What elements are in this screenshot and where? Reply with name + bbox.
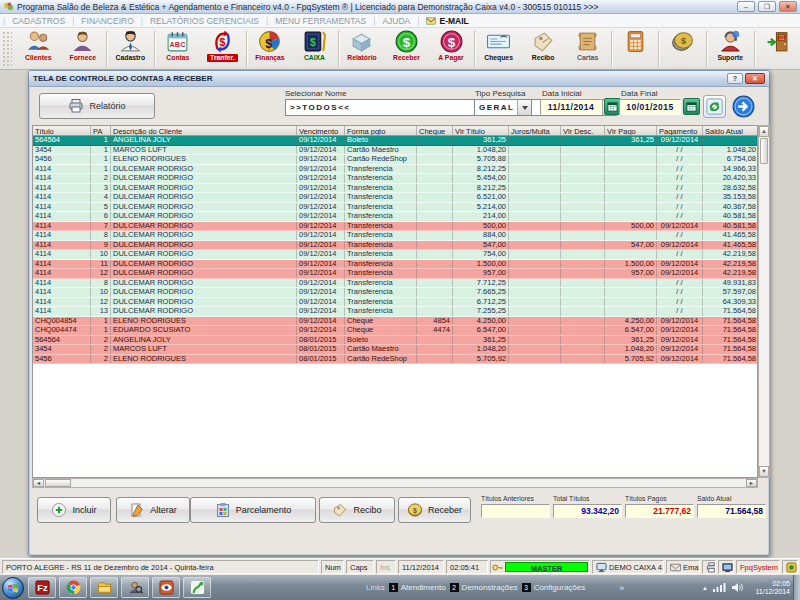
- table-row[interactable]: 5645642ANGELINA JOLY08/01/2015Boleto361,…: [33, 336, 757, 346]
- toolbar-button-clientes[interactable]: Clientes: [16, 29, 61, 68]
- toolbar-button-calculadora-icon[interactable]: [613, 29, 658, 68]
- scroll-thumb[interactable]: [760, 138, 768, 164]
- toolbar-button-cadastro[interactable]: Cadastro: [108, 29, 153, 68]
- column-header-vlr-desc[interactable]: Vlr Desc.: [561, 126, 605, 135]
- close-icon[interactable]: ✕: [779, 1, 797, 12]
- help-icon[interactable]: ?: [727, 73, 743, 84]
- go-arrow-button[interactable]: [732, 95, 755, 118]
- column-header-cheque[interactable]: Cheque: [417, 126, 453, 135]
- scroll-down-icon[interactable]: ▼: [759, 466, 769, 477]
- table-row[interactable]: 54562ELENO RODRIGUES08/01/2015Cartão Red…: [33, 355, 757, 365]
- minimize-icon[interactable]: –: [737, 1, 755, 12]
- table-row[interactable]: 54561ELENO RODRIGUES09/12/2014Cartão Red…: [33, 155, 757, 165]
- scroll-thumb[interactable]: [45, 479, 71, 487]
- toolbar-button-contas[interactable]: ABCContas: [156, 29, 201, 68]
- toolbar-button-financas[interactable]: $Finanças: [248, 29, 293, 68]
- toolbar-button-receber[interactable]: $Receber: [384, 29, 429, 68]
- toolbar-button-cartas[interactable]: Cartas: [565, 29, 610, 68]
- scroll-right-icon[interactable]: ►: [746, 479, 757, 487]
- taskbar-chrome-icon[interactable]: [59, 577, 87, 598]
- column-header-forma-pgto[interactable]: Forma pgto: [345, 126, 417, 135]
- scroll-left-icon[interactable]: ◄: [33, 479, 44, 487]
- column-header-vlr-titulo[interactable]: Vlr Título: [453, 126, 509, 135]
- taskbar-link-atendimento[interactable]: 1Atendimento: [389, 583, 446, 592]
- table-row[interactable]: 41148DULCEMAR RODRIGO09/12/2014Transfere…: [33, 279, 757, 289]
- scroll-up-icon[interactable]: ▲: [759, 126, 769, 137]
- vertical-scrollbar[interactable]: ▲ ▼: [758, 125, 770, 478]
- table-row[interactable]: 411410DULCEMAR RODRIGO09/12/2014Transfer…: [33, 250, 757, 260]
- table-row[interactable]: 41141DULCEMAR RODRIGO09/12/2014Transfere…: [33, 165, 757, 175]
- column-header-vlr-pago[interactable]: Vlr Pago: [605, 126, 657, 135]
- menu-item-e-mail[interactable]: E-MAIL: [420, 16, 474, 26]
- toolbar-button-caixa[interactable]: $CAIXA: [292, 29, 337, 68]
- menu-item-ajuda[interactable]: AJUDA: [376, 16, 416, 26]
- menu-item-financeiro[interactable]: FINANCEIRO: [75, 16, 139, 26]
- data-final-field[interactable]: 10/01/2015: [619, 99, 681, 115]
- column-header-pagamento[interactable]: Pagamento: [657, 126, 703, 135]
- network-icon[interactable]: [713, 582, 726, 593]
- taskbar-search-user-icon[interactable]: [121, 577, 149, 598]
- table-row[interactable]: 411412DULCEMAR RODRIGO09/12/2014Transfer…: [33, 298, 757, 308]
- start-button[interactable]: [2, 577, 24, 599]
- table-row[interactable]: 41142DULCEMAR RODRIGO09/12/2014Transfere…: [33, 174, 757, 184]
- horizontal-scrollbar[interactable]: ◄ ►: [32, 478, 758, 488]
- incluir-button[interactable]: Incluir: [37, 497, 111, 523]
- menu-item-cadastros[interactable]: CADASTROS: [6, 16, 71, 26]
- taskbar-eye-viewer-icon[interactable]: [152, 577, 180, 598]
- toolbar-button-suporte[interactable]: Suporte: [708, 29, 753, 68]
- column-header-titulo[interactable]: Título: [33, 126, 91, 135]
- alterar-button[interactable]: Alterar: [116, 497, 190, 523]
- toolbar-button-moeda-icon[interactable]: $: [660, 29, 705, 68]
- taskbar-link-demonstracoes[interactable]: 2Demonstrações: [450, 583, 518, 592]
- window-close-icon[interactable]: ✕: [745, 73, 765, 84]
- table-row[interactable]: 411410DULCEMAR RODRIGO09/12/2014Transfer…: [33, 288, 757, 298]
- table-row[interactable]: 41147DULCEMAR RODRIGO09/12/2014Transfere…: [33, 222, 757, 232]
- speaker-icon[interactable]: [731, 582, 743, 593]
- taskbar-link-configuracoes[interactable]: 3Configurações: [522, 583, 586, 592]
- chevron-right-icon[interactable]: »: [619, 583, 624, 593]
- data-inicial-field[interactable]: 11/11/2014: [540, 99, 602, 115]
- column-header-descricao-cliente[interactable]: Descrição do Cliente: [111, 126, 297, 135]
- recibo-button[interactable]: Recibo: [319, 497, 395, 523]
- taskbar-explorer-icon[interactable]: [90, 577, 118, 598]
- toolbar-button-a-pagar[interactable]: $A Pagar: [429, 29, 474, 68]
- table-row[interactable]: 411413DULCEMAR RODRIGO09/12/2014Transfer…: [33, 307, 757, 317]
- show-desktop-button[interactable]: [793, 575, 800, 600]
- table-row[interactable]: 41148DULCEMAR RODRIGO09/12/2014Transfere…: [33, 231, 757, 241]
- column-header-saldo-atual[interactable]: Saldo Atual: [703, 126, 759, 135]
- toolbar-button-sair-icon[interactable]: EXIT: [756, 29, 800, 68]
- table-row[interactable]: 34541MARCOS LUFT09/12/2014Cartão Maestro…: [33, 146, 757, 156]
- receber-button[interactable]: $Receber: [398, 497, 471, 523]
- taskbar-clock[interactable]: 02:05 11/12/2014: [746, 580, 790, 596]
- table-row[interactable]: CHQ0048541ELENO RODRIGUES09/12/2014Chequ…: [33, 317, 757, 327]
- table-row[interactable]: 34542MARCOS LUFT08/01/2015Cartão Maestro…: [33, 345, 757, 355]
- toolbar-button-fornece[interactable]: Fornece: [61, 29, 106, 68]
- table-row[interactable]: 41146DULCEMAR RODRIGO09/12/2014Transfere…: [33, 212, 757, 222]
- table-row[interactable]: CHQ0044741EDUARDO SCUSIATO09/12/2014Cheq…: [33, 326, 757, 336]
- column-header-juros-multa[interactable]: Juros/Multa: [509, 126, 561, 135]
- table-row[interactable]: 411412DULCEMAR RODRIGO09/12/2014Transfer…: [33, 269, 757, 279]
- taskbar-fpq-green-icon[interactable]: [183, 577, 211, 598]
- refresh-button[interactable]: [703, 95, 726, 118]
- table-row[interactable]: 5645641ANGELINA JOLY09/12/2014Boleto361,…: [33, 136, 757, 146]
- toolbar-button-relatorio[interactable]: Relatório: [340, 29, 385, 68]
- toolbar-button-recibo[interactable]: Recibo: [521, 29, 566, 68]
- calendar-icon[interactable]: [683, 98, 700, 115]
- relatorio-button[interactable]: Relatório: [39, 93, 155, 119]
- toolbar-button-tranfer[interactable]: $Tranfer.: [200, 29, 245, 68]
- parcelamento-button[interactable]: Parcelamento: [190, 497, 316, 523]
- column-header-vencimento[interactable]: Vencimento: [297, 126, 345, 135]
- table-row[interactable]: 41149DULCEMAR RODRIGO09/12/2014Transfere…: [33, 241, 757, 251]
- table-row[interactable]: 41144DULCEMAR RODRIGO09/12/2014Transfere…: [33, 193, 757, 203]
- column-header-pa[interactable]: PA: [91, 126, 111, 135]
- table-row[interactable]: 411411DULCEMAR RODRIGO09/12/2014Transfer…: [33, 260, 757, 270]
- table-row[interactable]: 41143DULCEMAR RODRIGO09/12/2014Transfere…: [33, 184, 757, 194]
- tipo-pesquisa-combobox[interactable]: GERAL: [474, 99, 532, 116]
- menu-item-menu-ferramentas[interactable]: MENU FERRAMENTAS: [269, 16, 372, 26]
- toolbar-button-cheques[interactable]: Cheques: [476, 29, 521, 68]
- taskbar-filezilla-icon[interactable]: Fz: [28, 577, 56, 598]
- tray-expand-icon[interactable]: ▲: [702, 585, 708, 591]
- menu-item-relatorios-gerenciais[interactable]: RELATÓRIOS GERENCIAIS: [144, 16, 265, 26]
- maximize-icon[interactable]: ❐: [758, 1, 776, 12]
- table-row[interactable]: 41145DULCEMAR RODRIGO09/12/2014Transfere…: [33, 203, 757, 213]
